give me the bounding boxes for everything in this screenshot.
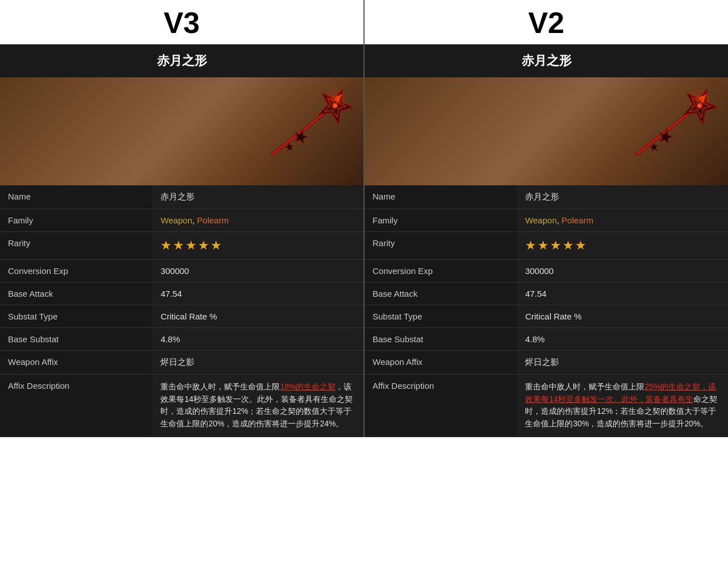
row-rarity-right: Rarity ★★★★★	[365, 232, 728, 260]
base-substat-value-right: 4.8%	[517, 328, 728, 351]
name-value-left: 赤月之形	[152, 185, 363, 209]
weapon-image-left	[0, 77, 363, 185]
weapon-name-bar-left: 赤月之形	[0, 44, 365, 77]
base-attack-value-right: 47.54	[517, 283, 728, 305]
family-label-left: Family	[0, 209, 152, 232]
weapon-affix-value-left: 烬日之影	[152, 351, 363, 375]
main-columns: Name 赤月之形 Family Weapon, Polearm Rarity …	[0, 77, 728, 437]
family-polearm-right: Polearm	[561, 215, 593, 225]
row-weapon-affix-right: Weapon Affix 烬日之影	[365, 351, 728, 375]
row-rarity-left: Rarity ★★★★★	[0, 232, 363, 260]
weapon-affix-label-left: Weapon Affix	[0, 351, 152, 375]
row-name-right: Name 赤月之形	[365, 185, 728, 209]
name-label-left: Name	[0, 185, 152, 209]
weapon-affix-value-right: 烬日之影	[517, 351, 728, 375]
version-headers-row: V3 V2	[0, 0, 728, 44]
row-affix-desc-left: Affix Description 重击命中敌人时，赋予生命值上限18%的生命之…	[0, 375, 363, 437]
base-attack-value-left: 47.54	[152, 283, 363, 305]
svg-point-11	[330, 96, 340, 105]
family-label-right: Family	[365, 209, 517, 232]
weapon-svg-right	[626, 86, 717, 177]
conversion-label-right: Conversion Exp	[365, 260, 517, 283]
substat-type-value-left: Critical Rate %	[152, 305, 363, 328]
rarity-label-right: Rarity	[365, 232, 517, 260]
row-substat-type-left: Substat Type Critical Rate %	[0, 305, 363, 328]
affix-part1-right: 重击命中敌人时，赋予生命值上限	[525, 382, 644, 391]
column-right: Name 赤月之形 Family Weapon, Polearm Rarity …	[365, 77, 728, 437]
conversion-value-left: 300000	[152, 260, 363, 283]
affix-desc-value-left: 重击命中敌人时，赋予生命值上限18%的生命之契，该效果每14秒至多触发一次。此外…	[152, 375, 363, 437]
name-value-right: 赤月之形	[517, 185, 728, 209]
row-affix-desc-right: Affix Description 重击命中敌人时，赋予生命值上限25%的生命之…	[365, 375, 728, 437]
affix-desc-label-left: Affix Description	[0, 375, 152, 437]
weapon-name-bars: 赤月之形 赤月之形	[0, 44, 728, 77]
column-left: Name 赤月之形 Family Weapon, Polearm Rarity …	[0, 77, 365, 437]
rarity-value-left: ★★★★★	[152, 232, 363, 260]
conversion-value-right: 300000	[517, 260, 728, 283]
affix-highlight-left: 18%的生命之契	[280, 382, 336, 391]
row-base-attack-left: Base Attack 47.54	[0, 283, 363, 305]
substat-type-label-right: Substat Type	[365, 305, 517, 328]
base-substat-label-right: Base Substat	[365, 328, 517, 351]
base-substat-value-left: 4.8%	[152, 328, 363, 351]
row-name-left: Name 赤月之形	[0, 185, 363, 209]
affix-part1-left: 重击命中敌人时，赋予生命值上限	[160, 382, 280, 391]
row-substat-type-right: Substat Type Critical Rate %	[365, 305, 728, 328]
stars-left: ★★★★★	[160, 238, 223, 252]
affix-desc-label-right: Affix Description	[365, 375, 517, 437]
family-value-left: Weapon, Polearm	[152, 209, 363, 232]
rarity-value-right: ★★★★★	[517, 232, 728, 260]
weapon-affix-label-right: Weapon Affix	[365, 351, 517, 375]
row-weapon-affix-left: Weapon Affix 烬日之影	[0, 351, 363, 375]
affix-desc-text-right: 重击命中敌人时，赋予生命值上限25%的生命之契，该效果每14秒至多触发一次。此外…	[525, 382, 717, 428]
affix-desc-text-left: 重击命中敌人时，赋予生命值上限18%的生命之契，该效果每14秒至多触发一次。此外…	[160, 382, 353, 428]
family-weapon-left: Weapon	[160, 215, 192, 225]
weapon-image-right	[365, 77, 728, 185]
weapon-name-bar-right: 赤月之形	[365, 44, 728, 77]
info-table-left: Name 赤月之形 Family Weapon, Polearm Rarity …	[0, 185, 363, 437]
conversion-label-left: Conversion Exp	[0, 260, 152, 283]
info-table-right: Name 赤月之形 Family Weapon, Polearm Rarity …	[365, 185, 728, 437]
version-label-right: V2	[365, 0, 728, 44]
stars-right: ★★★★★	[525, 238, 588, 252]
rarity-label-left: Rarity	[0, 232, 152, 260]
family-weapon-right: Weapon	[525, 215, 557, 225]
family-value-right: Weapon, Polearm	[517, 209, 728, 232]
name-label-right: Name	[365, 185, 517, 209]
substat-type-label-left: Substat Type	[0, 305, 152, 328]
row-conversion-left: Conversion Exp 300000	[0, 260, 363, 283]
row-base-attack-right: Base Attack 47.54	[365, 283, 728, 305]
family-polearm-left: Polearm	[197, 215, 229, 225]
row-family-left: Family Weapon, Polearm	[0, 209, 363, 232]
row-base-substat-left: Base Substat 4.8%	[0, 328, 363, 351]
base-substat-label-left: Base Substat	[0, 328, 152, 351]
svg-point-23	[695, 96, 704, 105]
substat-type-value-right: Critical Rate %	[517, 305, 728, 328]
row-conversion-right: Conversion Exp 300000	[365, 260, 728, 283]
weapon-svg-left	[261, 86, 352, 177]
affix-desc-value-right: 重击命中敌人时，赋予生命值上限25%的生命之契，该效果每14秒至多触发一次。此外…	[517, 375, 728, 437]
row-family-right: Family Weapon, Polearm	[365, 209, 728, 232]
version-label-left: V3	[0, 0, 365, 44]
base-attack-label-right: Base Attack	[365, 283, 517, 305]
row-base-substat-right: Base Substat 4.8%	[365, 328, 728, 351]
base-attack-label-left: Base Attack	[0, 283, 152, 305]
